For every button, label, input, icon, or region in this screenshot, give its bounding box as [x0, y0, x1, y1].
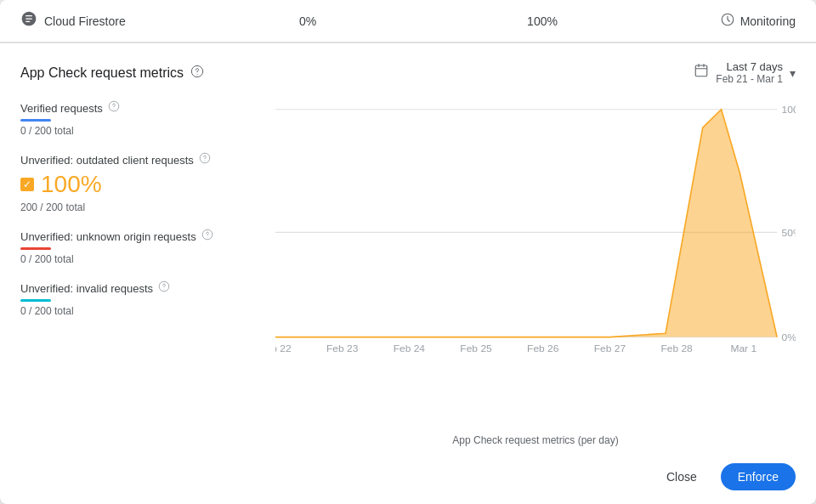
- unknown-line: [20, 247, 51, 250]
- chevron-down-icon: ▾: [790, 66, 796, 80]
- metric-verified: Verified requests 0 / 200 total: [20, 100, 262, 137]
- monitoring-label: Monitoring: [740, 14, 796, 28]
- dialog: Cloud Firestore 0% 100% Monitoring App C…: [0, 0, 816, 504]
- outdated-value: 200 / 200 total: [20, 201, 262, 213]
- svg-text:Feb 28: Feb 28: [660, 343, 693, 354]
- enforce-button[interactable]: Enforce: [721, 463, 796, 490]
- verified-line: [20, 119, 51, 122]
- left-panel: Verified requests 0 / 200 total: [20, 100, 275, 450]
- service-section: Cloud Firestore: [20, 10, 190, 31]
- unknown-value: 0 / 200 total: [20, 253, 262, 265]
- date-range-text: Last 7 days Feb 21 - Mar 1: [716, 60, 783, 85]
- svg-point-7: [204, 160, 205, 161]
- verified-value: 0 / 200 total: [20, 125, 262, 137]
- metric-unknown-label: Unverified: unknown origin requests: [20, 230, 196, 243]
- svg-text:0%: 0%: [782, 331, 796, 343]
- metrics-body: Verified requests 0 / 200 total: [20, 100, 796, 450]
- chart-panel: 100% 50% 0% Feb 22 Feb 23 Feb 24 Feb 25 …: [275, 100, 796, 450]
- svg-text:Feb 25: Feb 25: [460, 343, 492, 354]
- metric-invalid-label-row: Unverified: invalid requests: [20, 280, 262, 296]
- chart-svg: 100% 50% 0% Feb 22 Feb 23 Feb 24 Feb 25 …: [275, 100, 796, 355]
- top-bar: Cloud Firestore 0% 100% Monitoring: [0, 0, 816, 42]
- invalid-help-icon[interactable]: [158, 280, 170, 296]
- pct-0: 0%: [190, 14, 425, 28]
- unknown-help-icon[interactable]: [201, 229, 213, 244]
- svg-text:Feb 24: Feb 24: [394, 343, 426, 354]
- svg-point-2: [197, 73, 198, 74]
- svg-text:100%: 100%: [782, 104, 796, 116]
- orange-checkbox: ✓: [20, 178, 34, 191]
- date-range-label: Last 7 days: [727, 60, 784, 73]
- metrics-title-row: App Check request metrics: [20, 65, 204, 82]
- svg-text:Feb 27: Feb 27: [594, 343, 626, 354]
- big-pct-text: 100%: [41, 171, 102, 198]
- big-pct-row: ✓ 100%: [20, 171, 262, 198]
- monitoring-icon: [720, 12, 735, 31]
- svg-text:Feb 26: Feb 26: [527, 343, 559, 354]
- chart-area: 100% 50% 0% Feb 22 Feb 23 Feb 24 Feb 25 …: [275, 100, 796, 431]
- metric-outdated-label: Unverified: outdated client requests: [20, 154, 194, 167]
- metric-verified-label-row: Verified requests: [20, 100, 262, 116]
- svg-text:50%: 50%: [782, 227, 796, 239]
- svg-text:Mar 1: Mar 1: [730, 343, 756, 354]
- metric-verified-label: Verified requests: [20, 102, 103, 115]
- metrics-title: App Check request metrics: [20, 65, 184, 81]
- metric-outdated-label-row: Unverified: outdated client requests: [20, 152, 262, 167]
- verified-help-icon[interactable]: [108, 100, 120, 116]
- svg-point-9: [207, 236, 207, 237]
- close-button[interactable]: Close: [653, 463, 711, 490]
- metric-unknown: Unverified: unknown origin requests 0 / …: [20, 229, 262, 265]
- chart-area-fill: [275, 110, 777, 337]
- metric-outdated: Unverified: outdated client requests ✓: [20, 152, 262, 213]
- footer: Close Enforce: [0, 450, 816, 504]
- svg-text:Feb 22: Feb 22: [275, 343, 292, 354]
- monitoring-section: Monitoring: [660, 12, 796, 31]
- firestore-icon: [20, 10, 37, 31]
- date-range-sub: Feb 21 - Mar 1: [716, 73, 783, 85]
- help-icon[interactable]: [190, 65, 204, 82]
- chart-x-label: App Check request metrics (per day): [275, 434, 796, 450]
- metric-invalid-label: Unverified: invalid requests: [20, 282, 153, 295]
- pct-100: 100%: [425, 14, 660, 28]
- svg-text:Feb 23: Feb 23: [326, 343, 359, 354]
- outdated-help-icon[interactable]: [199, 152, 211, 167]
- svg-point-5: [113, 108, 114, 109]
- invalid-line: [20, 299, 51, 302]
- svg-point-11: [164, 288, 165, 289]
- date-range-picker[interactable]: Last 7 days Feb 21 - Mar 1 ▾: [694, 60, 796, 85]
- svg-rect-3: [696, 65, 708, 76]
- main-content: App Check request metrics: [0, 43, 816, 450]
- metrics-header: App Check request metrics: [20, 60, 796, 85]
- metric-unknown-label-row: Unverified: unknown origin requests: [20, 229, 262, 244]
- metric-invalid: Unverified: invalid requests 0 / 200 tot…: [20, 280, 262, 317]
- invalid-value: 0 / 200 total: [20, 305, 262, 317]
- service-name: Cloud Firestore: [44, 14, 126, 28]
- calendar-icon: [694, 63, 709, 82]
